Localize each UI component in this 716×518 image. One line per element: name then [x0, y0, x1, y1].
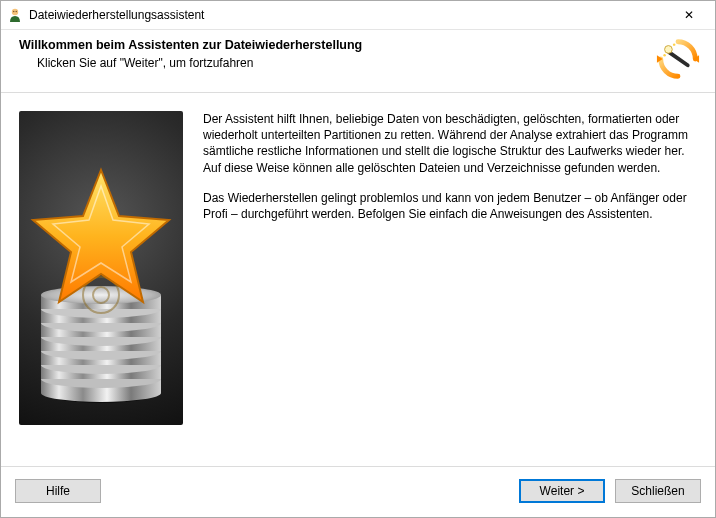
- window-title: Dateiwiederherstellungsassistent: [29, 8, 669, 22]
- svg-point-0: [12, 9, 18, 15]
- wizard-heading: Willkommen beim Assistenten zur Dateiwie…: [19, 38, 647, 52]
- svg-point-8: [673, 43, 675, 45]
- svg-marker-27: [33, 170, 169, 302]
- wizard-description: Der Assistent hilft Ihnen, beliebige Dat…: [203, 111, 697, 466]
- wizard-window: Dateiwiederherstellungsassistent ✕ Willk…: [0, 0, 716, 518]
- next-button[interactable]: Weiter >: [519, 479, 605, 503]
- wizard-header: Willkommen beim Assistenten zur Dateiwie…: [1, 30, 715, 93]
- wizard-paragraph-2: Das Wiederherstellen gelingt problemlos …: [203, 190, 697, 222]
- wizard-subheading: Klicken Sie auf "Weiter", um fortzufahre…: [37, 56, 647, 70]
- app-icon: [7, 7, 23, 23]
- close-icon: ✕: [684, 8, 694, 22]
- svg-point-1: [13, 11, 14, 12]
- window-close-button[interactable]: ✕: [669, 2, 709, 28]
- wizard-body: Der Assistent hilft Ihnen, beliebige Dat…: [1, 93, 715, 466]
- star-on-disks-icon: [19, 111, 183, 425]
- svg-point-7: [663, 54, 665, 56]
- magic-wand-icon: [655, 36, 701, 82]
- titlebar: Dateiwiederherstellungsassistent ✕: [1, 1, 715, 30]
- close-button[interactable]: Schließen: [615, 479, 701, 503]
- help-button[interactable]: Hilfe: [15, 479, 101, 503]
- wizard-footer: Hilfe Weiter > Schließen: [1, 466, 715, 517]
- wizard-paragraph-1: Der Assistent hilft Ihnen, beliebige Dat…: [203, 111, 697, 176]
- wizard-header-text: Willkommen beim Assistenten zur Dateiwie…: [19, 36, 647, 70]
- svg-point-2: [16, 11, 17, 12]
- svg-point-6: [665, 46, 673, 54]
